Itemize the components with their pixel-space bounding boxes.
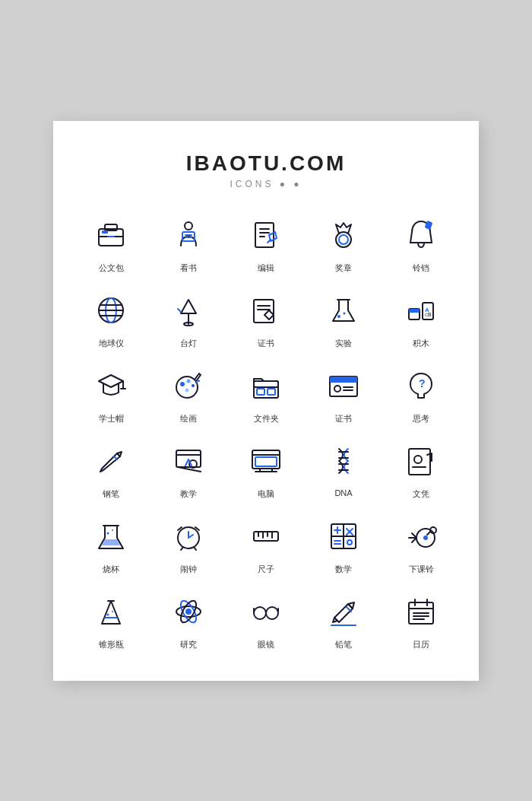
icon-item-math[interactable]: 数学 <box>309 513 378 575</box>
icon-item-voucher[interactable]: 文凭 <box>386 438 456 500</box>
svg-rect-4 <box>102 230 108 234</box>
certificate1-icon <box>243 288 289 333</box>
svg-point-104 <box>112 611 113 612</box>
svg-rect-32 <box>409 309 420 313</box>
teaching-label: 教学 <box>180 488 197 500</box>
voucher-label: 文凭 <box>413 488 429 500</box>
teaching-icon <box>166 438 211 484</box>
site-subtitle: ICONS ● ● <box>76 179 456 189</box>
globe-icon <box>88 288 134 333</box>
briefcase-icon <box>88 212 134 258</box>
alarm-label: 闹钟 <box>180 564 197 575</box>
svg-text:?: ? <box>419 377 426 389</box>
graduation-label: 学士帽 <box>99 413 124 424</box>
svg-rect-82 <box>254 532 278 541</box>
icon-item-briefcase[interactable]: 公文包 <box>76 212 146 274</box>
svg-point-73 <box>107 532 109 534</box>
paint-icon <box>166 363 211 408</box>
icon-item-blocks[interactable]: ABC积木 <box>386 288 456 349</box>
icon-item-certificate2[interactable]: 证书 <box>309 363 378 424</box>
icon-item-atom[interactable]: 研究 <box>154 589 223 650</box>
svg-point-42 <box>187 379 191 383</box>
schoolbell-icon <box>398 513 444 559</box>
svg-rect-47 <box>257 389 264 395</box>
svg-point-110 <box>266 607 278 619</box>
icon-item-computer[interactable]: 电脑 <box>231 438 301 500</box>
medal-label: 奖章 <box>335 262 352 274</box>
computer-icon <box>243 438 289 484</box>
svg-point-109 <box>254 607 266 619</box>
dna-label: DNA <box>334 488 352 497</box>
icon-item-medal[interactable]: 奖章 <box>309 212 378 274</box>
pen-label: 钢笔 <box>103 488 119 500</box>
folder-icon <box>243 363 289 408</box>
certificate1-label: 证书 <box>258 338 274 349</box>
reading-icon <box>166 212 211 258</box>
icon-item-paint[interactable]: 绘画 <box>154 363 223 424</box>
calendar-icon <box>398 589 444 634</box>
svg-point-74 <box>112 529 113 531</box>
ruler-label: 尺子 <box>258 564 274 575</box>
svg-point-41 <box>180 382 185 386</box>
icon-item-calendar[interactable]: 日历 <box>386 589 456 650</box>
think-icon: ? <box>398 363 444 408</box>
svg-line-80 <box>181 547 183 550</box>
certificate2-label: 证书 <box>335 413 352 424</box>
icon-item-schoolbell[interactable]: 下课铃 <box>386 513 456 575</box>
svg-rect-48 <box>268 389 275 395</box>
ruler-icon <box>243 513 289 559</box>
pencil-icon <box>321 589 366 634</box>
bell-label: 铃铛 <box>413 262 429 274</box>
blocks-icon: ABC <box>398 288 444 333</box>
svg-point-5 <box>185 222 192 230</box>
svg-point-96 <box>347 540 352 545</box>
svg-rect-50 <box>330 377 357 383</box>
header: IBAOTU.COM ICONS ● ● <box>76 151 456 189</box>
beaker-label: 烧杯 <box>103 564 119 575</box>
calendar-label: 日历 <box>413 639 429 650</box>
dna-icon <box>321 438 366 484</box>
pencil-label: 铅笔 <box>335 639 352 650</box>
svg-point-105 <box>185 609 192 615</box>
icon-item-glasses[interactable]: 眼镜 <box>231 589 301 650</box>
icon-item-alarm[interactable]: 闹钟 <box>154 513 223 575</box>
reading-label: 看书 <box>180 262 197 274</box>
icon-item-dna[interactable]: DNA <box>309 438 378 500</box>
svg-line-114 <box>347 607 351 612</box>
icon-item-ruler[interactable]: 尺子 <box>231 513 301 575</box>
icon-item-teaching[interactable]: 教学 <box>154 438 223 500</box>
icon-item-graduation[interactable]: 学士帽 <box>76 363 146 424</box>
voucher-icon <box>398 438 444 484</box>
icon-item-certificate1[interactable]: 证书 <box>231 288 301 349</box>
icon-item-flask[interactable]: 实验 <box>309 288 378 349</box>
icon-item-pen[interactable]: 钢笔 <box>76 438 146 500</box>
icon-item-bell[interactable]: 铃铛 <box>386 212 456 274</box>
glasses-label: 眼镜 <box>258 639 274 650</box>
svg-line-81 <box>194 547 196 550</box>
svg-point-15 <box>339 235 348 244</box>
svg-point-30 <box>344 312 346 314</box>
icon-item-globe[interactable]: 地球仪 <box>76 288 146 349</box>
beaker-icon <box>88 513 134 559</box>
edit-label: 编辑 <box>258 262 274 274</box>
svg-rect-9 <box>255 223 274 247</box>
icons-grid: 公文包看书编辑奖章铃铛地球仪台灯证书实验ABC积木学士帽绘画文件夹证书?思考钢笔… <box>76 212 456 650</box>
svg-line-101 <box>427 532 430 535</box>
icon-item-folder[interactable]: 文件夹 <box>231 363 301 424</box>
icon-item-conical[interactable]: 锥形瓶 <box>76 589 146 650</box>
edit-icon <box>243 212 289 258</box>
icon-item-reading[interactable]: 看书 <box>154 212 223 274</box>
icon-item-beaker[interactable]: 烧杯 <box>76 513 146 575</box>
icon-item-edit[interactable]: 编辑 <box>231 212 301 274</box>
math-label: 数学 <box>335 564 352 575</box>
svg-point-29 <box>337 315 340 318</box>
icon-item-lamp[interactable]: 台灯 <box>154 288 223 349</box>
paint-label: 绘画 <box>180 413 197 424</box>
lamp-label: 台灯 <box>180 338 197 349</box>
certificate2-icon <box>321 363 366 408</box>
icon-item-pencil[interactable]: 铅笔 <box>309 589 378 650</box>
svg-point-43 <box>192 384 195 387</box>
svg-point-103 <box>107 613 109 615</box>
lamp-icon <box>166 288 211 333</box>
icon-item-think[interactable]: ?思考 <box>386 363 456 424</box>
